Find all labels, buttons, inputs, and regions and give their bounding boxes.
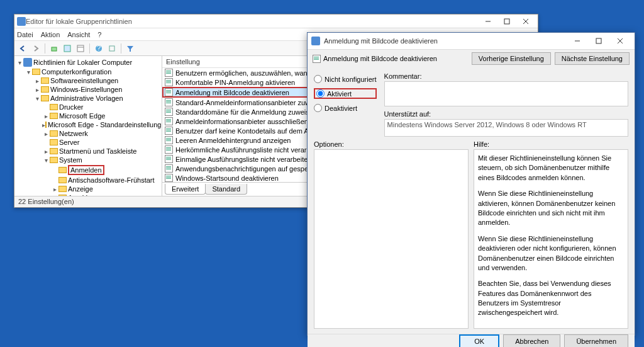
policy-setting-icon bbox=[165, 127, 173, 135]
radio-not-configured[interactable]: Nicht konfiguriert bbox=[314, 75, 377, 83]
dialog-minimize-button[interactable] bbox=[567, 33, 588, 49]
radio-label: Aktiviert bbox=[327, 90, 352, 98]
state-radio-group: Nicht konfiguriert Aktiviert Deaktiviert bbox=[314, 72, 377, 137]
list-item-label: Einmalige Ausführungsliste nicht verarbe… bbox=[175, 156, 311, 163]
list-item-label: Standard-Anmeldeinformationsanbieter zuw… bbox=[175, 99, 326, 106]
svg-rect-4 bbox=[52, 47, 57, 51]
folder-icon bbox=[50, 130, 58, 137]
radio-enabled[interactable]: Aktiviert bbox=[314, 88, 377, 99]
tree-anmelden[interactable]: Anmelden bbox=[51, 164, 160, 176]
svg-rect-5 bbox=[64, 45, 70, 52]
supported-label: Unterstützt auf: bbox=[384, 110, 628, 118]
policy-setting-icon bbox=[165, 78, 173, 86]
folder-icon bbox=[50, 157, 58, 163]
radio-label: Nicht konfiguriert bbox=[325, 76, 377, 83]
list-item-label: Komfortable PIN-Anmeldung aktivieren bbox=[175, 79, 295, 86]
folder-icon bbox=[41, 77, 49, 84]
help-paragraph: Wenn Sie diese Richtlinieneinstellung de… bbox=[478, 234, 624, 273]
apply-button[interactable]: Übernehmen bbox=[564, 334, 628, 347]
menu-help[interactable]: ? bbox=[97, 31, 101, 38]
tab-erweitert[interactable]: Erweitert bbox=[165, 184, 206, 195]
dialog-close-button[interactable] bbox=[609, 33, 631, 49]
dialog-maximize-button[interactable] bbox=[588, 33, 609, 49]
dialog-policy-title: Anmeldung mit Bildcode deaktivieren bbox=[313, 55, 468, 63]
svg-text:?: ? bbox=[97, 45, 101, 52]
help-paragraph: Beachten Sie, dass bei Verwendung dieses… bbox=[478, 279, 624, 318]
tree-anzeige[interactable]: ▸Anzeige bbox=[51, 185, 160, 193]
tree-startmenu[interactable]: ▸Startmenü und Taskleiste bbox=[42, 147, 160, 156]
tree-edge[interactable]: ▸Microsoft Edge bbox=[42, 111, 160, 120]
dialog-buttons: OK Abbrechen Übernehmen bbox=[308, 334, 635, 347]
cancel-button[interactable]: Abbrechen bbox=[503, 334, 560, 347]
tree-computerconfig[interactable]: ▾Computerkonfiguration bbox=[25, 67, 160, 76]
policy-setting-icon bbox=[165, 174, 173, 182]
gpedit-icon bbox=[17, 17, 26, 26]
policy-dialog: Anmeldung mit Bildcode deaktivieren Anme… bbox=[307, 32, 635, 336]
forward-button[interactable] bbox=[30, 43, 42, 54]
help-button[interactable]: ? bbox=[93, 43, 104, 54]
toolbar-separator bbox=[89, 43, 90, 54]
list-item-label: Anmeldung mit Bildcode deaktivieren bbox=[175, 89, 289, 96]
help-label: Hilfe: bbox=[474, 140, 628, 148]
tree-antischad[interactable]: Antischadsoftware-Frühstart bbox=[51, 176, 160, 185]
back-button[interactable] bbox=[17, 43, 28, 54]
svg-rect-10 bbox=[109, 46, 114, 51]
maximize-button[interactable] bbox=[497, 15, 516, 28]
list-view-button[interactable] bbox=[75, 43, 86, 54]
folder-icon bbox=[58, 177, 67, 183]
tree-edge-default[interactable]: ▸Microsoft Edge - Standardeinstellungen bbox=[42, 120, 160, 129]
previous-setting-button[interactable]: Vorherige Einstellung bbox=[472, 52, 551, 65]
toolbar-separator bbox=[121, 43, 121, 54]
tree-appv[interactable]: ▸App-V bbox=[51, 193, 160, 196]
minimize-button[interactable] bbox=[479, 15, 497, 28]
policy-setting-icon bbox=[165, 98, 173, 106]
menu-action[interactable]: Aktion bbox=[41, 31, 60, 38]
options-box[interactable] bbox=[314, 149, 469, 329]
folder-icon bbox=[58, 186, 67, 192]
tree-netzwerk[interactable]: ▸Netzwerk bbox=[42, 129, 160, 138]
menu-file[interactable]: Datei bbox=[17, 31, 33, 38]
tree-system[interactable]: ▾System bbox=[42, 156, 160, 164]
radio-disabled[interactable]: Deaktiviert bbox=[314, 104, 377, 112]
tree-panel[interactable]: ▾Richtlinien für Lokaler Computer ▾Compu… bbox=[14, 56, 162, 196]
tree-drucker[interactable]: Drucker bbox=[42, 103, 160, 111]
folder-icon bbox=[50, 113, 58, 119]
ok-button[interactable]: OK bbox=[459, 334, 499, 347]
policy-title-label: Anmeldung mit Bildcode deaktivieren bbox=[323, 55, 437, 62]
dialog-toolbar: Anmeldung mit Bildcode deaktivieren Vorh… bbox=[308, 50, 635, 67]
tree-server[interactable]: Server bbox=[42, 138, 160, 147]
policy-icon bbox=[311, 37, 320, 45]
filter-button[interactable] bbox=[125, 43, 136, 54]
list-item-label: Windows-Startsound deaktivieren bbox=[175, 174, 279, 182]
editor-titlebar: Editor für lokale Gruppenrichtlinien bbox=[14, 14, 538, 28]
next-setting-button[interactable]: Nächste Einstellung bbox=[555, 52, 630, 65]
refresh-button[interactable] bbox=[106, 43, 118, 54]
tree-software[interactable]: ▸Softwareeinstellungen bbox=[33, 76, 160, 85]
tree-root[interactable]: ▾Richtlinien für Lokaler Computer bbox=[16, 57, 160, 67]
help-box[interactable]: Mit dieser Richtlinieneinstellung können… bbox=[474, 149, 628, 329]
list-item-label: Herkömmliche Ausführungsliste nicht vera… bbox=[175, 146, 325, 154]
svg-rect-6 bbox=[77, 45, 84, 52]
tab-standard[interactable]: Standard bbox=[205, 184, 247, 195]
policy-setting-icon bbox=[165, 145, 173, 154]
tree-admin[interactable]: ▾Administrative Vorlagen bbox=[33, 94, 160, 103]
folder-icon bbox=[45, 122, 47, 128]
policy-setting-icon bbox=[165, 108, 173, 116]
dialog-titlebar: Anmeldung mit Bildcode deaktivieren bbox=[308, 33, 635, 50]
close-button[interactable] bbox=[516, 15, 535, 28]
tree-windows[interactable]: ▸Windows-Einstellungen bbox=[33, 85, 160, 94]
editor-title: Editor für lokale Gruppenrichtlinien bbox=[26, 18, 479, 25]
comment-label: Kommentar: bbox=[384, 72, 628, 80]
policy-setting-icon bbox=[165, 164, 173, 173]
comment-textbox[interactable] bbox=[384, 81, 628, 106]
help-paragraph: Mit dieser Richtlinieneinstellung können… bbox=[478, 154, 624, 183]
menu-view[interactable]: Ansicht bbox=[67, 31, 90, 38]
supported-textbox: Mindestens Windows Server 2012, Windows … bbox=[384, 119, 628, 137]
help-paragraph: Wenn Sie diese Richtlinieneinstellung ak… bbox=[478, 189, 624, 228]
folder-icon bbox=[32, 69, 40, 75]
toolbar-separator bbox=[45, 43, 45, 54]
policy-root-icon bbox=[23, 58, 32, 67]
policy-setting-icon bbox=[165, 69, 173, 77]
up-button[interactable] bbox=[48, 43, 60, 54]
options-button[interactable] bbox=[62, 43, 73, 54]
